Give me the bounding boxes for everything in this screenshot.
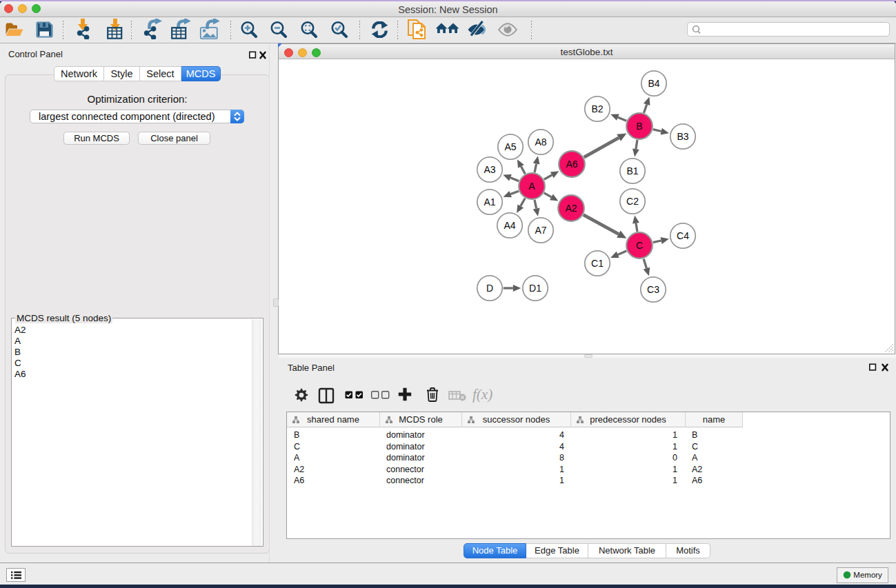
svg-text:A8: A8 [535,136,546,148]
svg-text:A1: A1 [484,196,495,207]
svg-text:B2: B2 [591,103,603,114]
svg-text:B: B [636,121,642,132]
svg-text:A6: A6 [566,159,577,170]
svg-text:C4: C4 [677,230,689,241]
svg-text:B1: B1 [626,165,638,176]
svg-text:A5: A5 [504,141,516,152]
svg-text:D1: D1 [529,283,541,294]
svg-text:C1: C1 [591,258,604,269]
svg-text:A2: A2 [565,203,577,214]
svg-text:A3: A3 [484,164,495,175]
svg-text:B3: B3 [677,131,688,142]
svg-text:C3: C3 [647,284,659,295]
svg-text:C: C [636,240,643,251]
svg-text:A: A [528,181,535,192]
svg-text:B4: B4 [648,78,659,89]
svg-text:A7: A7 [535,225,546,236]
svg-text:A4: A4 [504,220,515,231]
svg-text:C2: C2 [626,196,639,207]
svg-text:D: D [486,283,493,294]
